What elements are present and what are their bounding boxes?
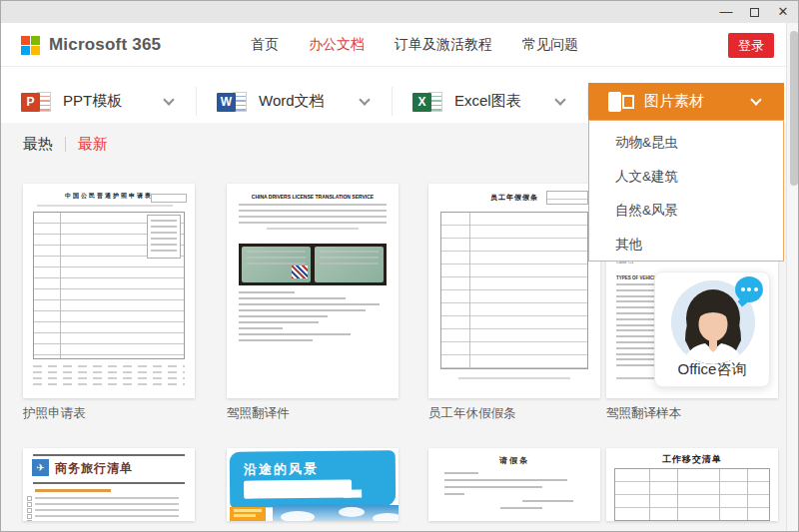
doc-thumbnail-passport-form[interactable]: 中国公民普通护照申请表 xyxy=(23,184,195,398)
blue-banner: 沿途的风景 xyxy=(230,450,397,508)
image-icon xyxy=(608,92,634,112)
chat-widget-label: Office咨询 xyxy=(655,360,769,379)
category-images[interactable]: 图片素材 xyxy=(588,83,784,120)
nav-item-office-docs[interactable]: 办公文档 xyxy=(309,36,365,54)
word-icon: W xyxy=(217,90,249,114)
doc-caption-license-translation[interactable]: 驾照翻译件 xyxy=(227,405,290,422)
tab-hottest[interactable]: 最热 xyxy=(23,135,53,154)
powerpoint-icon: P xyxy=(21,90,53,114)
doc-thumbnail-travel-checklist[interactable]: ✈ 商务旅行清单 xyxy=(23,448,195,521)
minimize-icon[interactable]: — xyxy=(719,1,733,23)
doc-title: CHINA DRIVERS LICENSE TRANSLATION SERVIC… xyxy=(227,194,399,200)
brand-title: Microsoft 365 xyxy=(49,35,161,55)
nav-item-orders[interactable]: 订单及激活教程 xyxy=(395,36,492,54)
chevron-down-icon xyxy=(359,94,370,105)
doc-title: 商务旅行清单 xyxy=(55,460,133,477)
chat-bubble-icon xyxy=(735,276,763,302)
doc-title: 请假条 xyxy=(428,455,600,466)
doc-thumbnail-annual-leave[interactable]: 员工年假假条 xyxy=(428,184,600,398)
main-nav: 首页 办公文档 订单及激活教程 常见问题 xyxy=(251,23,578,67)
form-table xyxy=(614,468,770,521)
category-label: Word文档 xyxy=(259,92,325,111)
excel-icon: X xyxy=(412,90,444,114)
chevron-down-icon xyxy=(554,94,565,105)
category-label: 图片素材 xyxy=(644,92,704,111)
login-button[interactable]: 登录 xyxy=(728,33,774,58)
nav-item-faq[interactable]: 常见问题 xyxy=(522,36,578,54)
vertical-scrollbar[interactable] xyxy=(786,23,799,532)
chevron-down-icon xyxy=(163,94,174,105)
sort-tabs: 最热 最新 xyxy=(23,123,108,165)
doc-title: 工作移交清单 xyxy=(606,453,778,466)
category-bar: P PPT模板 W Word文档 X Excel图表 图 xyxy=(1,67,786,123)
images-dropdown-menu: 动物&昆虫 人文&建筑 自然&风景 其他 xyxy=(588,120,784,262)
doc-title: 沿途的风景 xyxy=(244,460,319,479)
license-photos xyxy=(239,244,387,285)
close-icon[interactable]: ✕ xyxy=(776,1,790,23)
category-label: Excel图表 xyxy=(454,92,521,111)
doc-thumbnail-handover-checklist[interactable]: 工作移交清单 xyxy=(606,448,778,521)
dropdown-item-culture[interactable]: 人文&建筑 xyxy=(589,160,783,194)
tab-newest[interactable]: 最新 xyxy=(78,135,108,154)
form-table xyxy=(440,212,588,369)
nav-item-home[interactable]: 首页 xyxy=(251,36,279,54)
tab-divider xyxy=(65,137,66,152)
airplane-icon: ✈ xyxy=(32,459,49,476)
doc-caption-annual-leave[interactable]: 员工年休假假条 xyxy=(428,405,516,422)
doc-thumbnail-license-translation[interactable]: CHINA DRIVERS LICENSE TRANSLATION SERVIC… xyxy=(227,184,399,398)
app-header: Microsoft 365 首页 办公文档 订单及激活教程 常见问题 登录 xyxy=(1,23,786,67)
window-titlebar: — ✕ xyxy=(1,1,798,23)
microsoft-logo: Microsoft 365 xyxy=(21,35,161,55)
dropdown-item-animals[interactable]: 动物&昆虫 xyxy=(589,126,783,160)
form-table xyxy=(33,212,185,359)
app-window: — ✕ Microsoft 365 首页 办公文档 订单及激活教程 常见问题 登… xyxy=(0,0,799,532)
maximize-icon[interactable] xyxy=(750,8,759,17)
category-word[interactable]: W Word文档 xyxy=(197,83,393,120)
ticket-graphic xyxy=(230,507,266,521)
dropdown-item-nature[interactable]: 自然&风景 xyxy=(589,194,783,228)
doc-caption-passport[interactable]: 护照申请表 xyxy=(23,405,86,422)
category-label: PPT模板 xyxy=(63,92,122,111)
scrollbar-thumb[interactable] xyxy=(790,31,798,186)
sky-photo xyxy=(273,505,399,521)
doc-thumbnail-scenery[interactable]: 沿途的风景 xyxy=(227,448,399,521)
microsoft-logo-icon xyxy=(21,36,40,55)
office-consult-widget[interactable]: Office咨询 xyxy=(654,271,770,387)
dropdown-item-other[interactable]: 其他 xyxy=(589,228,783,262)
chevron-down-icon xyxy=(750,94,761,105)
doc-thumbnail-leave-note[interactable]: 请假条 xyxy=(428,448,600,521)
category-ppt[interactable]: P PPT模板 xyxy=(1,83,197,120)
category-excel[interactable]: X Excel图表 xyxy=(393,83,588,120)
doc-caption-license-sample[interactable]: 驾照翻译样本 xyxy=(606,405,681,422)
